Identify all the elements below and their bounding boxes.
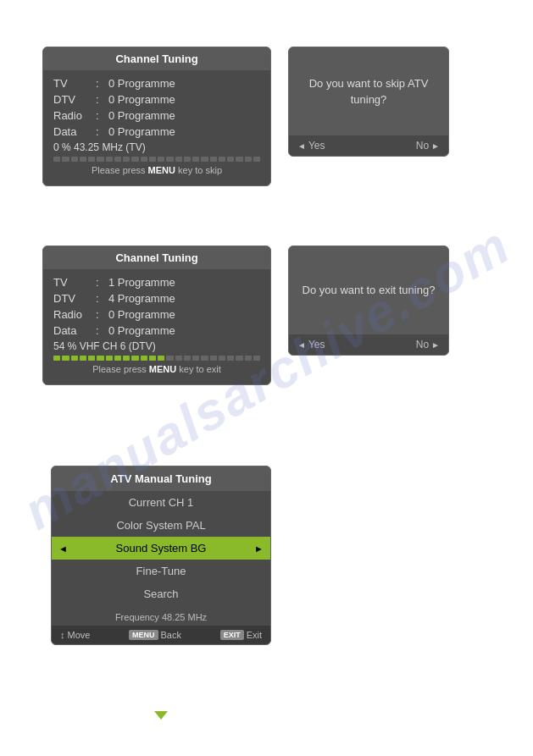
radio-label-2: Radio [53, 308, 96, 321]
atv-manual-tuning-panel: ATV Manual Tuning Current CH 1 Color Sys… [51, 466, 271, 645]
tuning-block [97, 356, 103, 361]
tuning-block [236, 157, 242, 162]
tv-value: 0 Programme [108, 77, 260, 90]
tuning-block [80, 356, 86, 361]
tuning-block [131, 157, 138, 162]
tuning-block [149, 157, 156, 162]
colon: : [96, 276, 108, 289]
row1-container: Channel Tuning TV : 0 Programme DTV : 0 … [42, 47, 449, 186]
tuning-block [245, 356, 252, 361]
tuning-block [123, 157, 130, 162]
move-icon: ↕ [60, 630, 65, 640]
channel-tuning-panel-2: Channel Tuning TV : 1 Programme DTV : 4 … [42, 246, 271, 385]
colon: : [96, 324, 108, 337]
yes-button-1[interactable]: Yes [297, 140, 325, 152]
tuning-block [201, 356, 208, 361]
yes-label-2: Yes [308, 339, 325, 350]
radio-label: Radio [53, 109, 96, 122]
exit-badge: EXIT [220, 630, 244, 640]
exit-tuning-dialog: Do you want to exit tuning? Yes No [288, 246, 449, 356]
row2-container: Channel Tuning TV : 1 Programme DTV : 4 … [42, 246, 449, 385]
progress-row-2: 54 % VHF CH 6 (DTV) [53, 340, 260, 352]
no-button-2[interactable]: No [416, 339, 440, 350]
channel-tuning-panel-1: Channel Tuning TV : 0 Programme DTV : 0 … [42, 47, 271, 186]
tuning-block [158, 157, 164, 162]
table-row: Data : 0 Programme [53, 125, 260, 138]
table-row: DTV : 4 Programme [53, 292, 260, 305]
left-arrow-icon-2 [297, 339, 306, 350]
tuning-block [245, 157, 252, 162]
tuning-block [62, 157, 69, 162]
tuning-block [253, 157, 260, 162]
tuning-block [88, 157, 95, 162]
radio-value: 0 Programme [108, 109, 260, 122]
skip-text-2: Please press MENU key to exit [53, 364, 260, 378]
table-row: Radio : 0 Programme [53, 308, 260, 321]
dtv-label: DTV [53, 93, 96, 106]
tuning-block [141, 356, 147, 361]
progress-text-2: 54 % VHF CH 6 (DTV) [53, 340, 156, 352]
channel-tuning-header-1: Channel Tuning [43, 47, 270, 70]
sound-system-label: Sound System BG [116, 542, 207, 555]
tuning-block [141, 157, 147, 162]
back-footer-item[interactable]: MENU Back [129, 630, 181, 640]
down-arrow-indicator [154, 711, 168, 720]
tuning-block [123, 356, 130, 361]
tuning-block [131, 356, 138, 361]
yes-label-1: Yes [308, 140, 325, 152]
tuning-block [210, 356, 217, 361]
dtv-value-2: 4 Programme [108, 292, 260, 305]
tuning-block [236, 356, 242, 361]
tv-label: TV [53, 77, 96, 90]
atv-menu-item-search[interactable]: Search [52, 582, 270, 605]
tuning-block [184, 157, 191, 162]
no-label-2: No [416, 339, 429, 350]
colon: : [96, 109, 108, 122]
right-nav-arrow[interactable]: ► [254, 544, 264, 554]
tuning-block [227, 157, 234, 162]
tuning-block [97, 157, 103, 162]
atv-menu-item-sound-system[interactable]: ◄ Sound System BG ► [52, 537, 270, 560]
exit-footer-item[interactable]: EXIT Exit [220, 630, 262, 640]
channel-tuning-header-2: Channel Tuning [43, 246, 270, 269]
progress-text-1: 0 % 43.25 MHz (TV) [53, 141, 146, 153]
no-button-1[interactable]: No [416, 140, 440, 152]
tuning-block [175, 356, 182, 361]
tuning-block [106, 356, 113, 361]
tuning-blocks-1 [53, 157, 260, 162]
tuning-block [175, 157, 182, 162]
progress-row-1: 0 % 43.25 MHz (TV) [53, 141, 260, 153]
dialog-footer-2: Yes No [289, 334, 448, 355]
yes-button-2[interactable]: Yes [297, 339, 325, 350]
dialog-message-1: Do you want to skip ATV tuning? [289, 47, 448, 135]
atv-menu-item-fine-tune[interactable]: Fine-Tune [52, 560, 270, 582]
tuning-body-2: TV : 1 Programme DTV : 4 Programme Radio… [43, 269, 270, 384]
atv-menu-item-color-system[interactable]: Color System PAL [52, 514, 270, 537]
table-row: TV : 0 Programme [53, 77, 260, 90]
right-arrow-icon-2 [431, 339, 440, 350]
tuning-block [114, 157, 121, 162]
tuning-block [53, 356, 60, 361]
dialog-message-2: Do you want to exit tuning? [289, 246, 448, 334]
atv-menu-item-current-ch[interactable]: Current CH 1 [52, 491, 270, 514]
tuning-blocks-2 [53, 356, 260, 361]
tuning-block [166, 356, 173, 361]
left-nav-arrow[interactable]: ◄ [58, 544, 68, 554]
data-label-2: Data [53, 324, 96, 337]
tv-label-2: TV [53, 276, 96, 289]
table-row: DTV : 0 Programme [53, 93, 260, 106]
tuning-block [71, 356, 78, 361]
data-label: Data [53, 125, 96, 138]
tuning-block [219, 356, 225, 361]
colon: : [96, 308, 108, 321]
colon: : [96, 93, 108, 106]
tuning-block [192, 356, 199, 361]
radio-value-2: 0 Programme [108, 308, 260, 321]
tuning-block [80, 157, 86, 162]
exit-label: Exit [247, 630, 262, 640]
tuning-block [62, 356, 69, 361]
tuning-block [53, 157, 60, 162]
colon: : [96, 292, 108, 305]
table-row: Radio : 0 Programme [53, 109, 260, 122]
back-label: Back [161, 630, 181, 640]
